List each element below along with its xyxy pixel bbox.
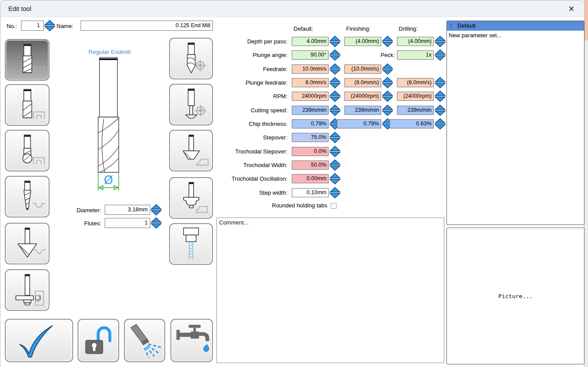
plunge-feedrate-col0-spinner[interactable] [329, 77, 340, 89]
depth-per-pass-col1-spinner[interactable] [382, 36, 393, 47]
param-label-plunge-feedrate: Plunge feedrate: [220, 78, 287, 88]
cutting-speed-col1-spinner[interactable] [382, 104, 393, 116]
tool-type-endmill-upcut-button[interactable] [5, 39, 50, 81]
rounded-holding-tabs-checkbox[interactable] [331, 203, 337, 209]
param-field-cutting-speed-col2[interactable]: 239m/min [397, 106, 434, 115]
rpm-col0-spinner[interactable] [329, 90, 340, 102]
unlocked-padlock-icon [80, 322, 117, 359]
plunge-angle-col0-spinner[interactable] [329, 49, 340, 61]
param-field-feedrate-col0[interactable]: 10.0mm/s [292, 64, 329, 74]
param-field-plunge-angle-col0[interactable]: 90.00° [292, 50, 329, 60]
diameter-symbol: Ø [104, 173, 113, 187]
diameter-input[interactable]: 3.18mm [105, 205, 150, 215]
tool-type-chamfer-bit-button[interactable] [169, 130, 213, 171]
param-field-depth-per-pass-col0[interactable]: 4.00mm [292, 37, 329, 46]
tool-type-v-bit-button[interactable] [5, 223, 50, 264]
param-field-trochoidal-oscillation-col0[interactable]: 0.00mm [292, 174, 329, 183]
diameter-spinner[interactable] [151, 204, 162, 216]
param-row-feedrate: Feedrate:10.0mm/s(10.0mm/s) [220, 64, 447, 75]
rounded-holding-tabs-label: Rounded holding tabs [220, 202, 327, 209]
param-field-plunge-angle-col2[interactable]: 1x [397, 50, 434, 60]
tool-number-spinner[interactable] [44, 20, 55, 32]
param-field-rpm-col0[interactable]: 24000rpm [292, 92, 329, 101]
drill-bit-icon [172, 40, 210, 77]
param-field-stepover-col0[interactable]: 75.0% [292, 133, 329, 142]
flutes-input[interactable]: 1 [105, 218, 150, 228]
profile-router-bit-icon [172, 180, 210, 217]
param-row-plunge-angle: Plunge angle:Peck:90.00°1x [220, 50, 447, 61]
feedrate-col0-spinner[interactable] [329, 63, 340, 75]
parameter-set-list: ?DefaultNew parameter set... [446, 21, 584, 225]
param-field-rpm-col1[interactable]: (24000rpm) [344, 92, 381, 101]
param-field-plunge-feedrate-col1[interactable]: (8.0mm/s) [344, 78, 381, 87]
air-blast-button[interactable] [124, 319, 165, 362]
close-icon[interactable]: ✕ [566, 4, 577, 15]
rpm-col2-spinner[interactable] [435, 90, 446, 102]
parameter-set-item-default[interactable]: ?Default [447, 21, 584, 31]
param-field-step-width-col0[interactable]: 0.10mm [292, 188, 329, 197]
tapered-engraving-bit-icon [8, 178, 46, 215]
tool-type-t-slot-cutter-button[interactable] [5, 269, 50, 311]
step-width-col0-spinner[interactable] [329, 187, 340, 199]
param-label-trochoidal-stepover: Trochoidal Stepover: [220, 147, 287, 157]
param-field-trochoidal-width-col0[interactable]: 50.0% [292, 160, 329, 170]
tool-type-endmill-single-flute-button[interactable] [5, 84, 50, 126]
param-label-stepover: Stepover: [220, 133, 287, 143]
param-field-plunge-feedrate-col0[interactable]: 8.0mm/s [292, 78, 329, 87]
param-field-plunge-feedrate-col2[interactable]: (8.0mm/s) [397, 78, 434, 87]
param-field-chip-thickness-col0[interactable]: 0.79% [292, 119, 329, 128]
trochoidal-stepover-col0-spinner[interactable] [329, 146, 340, 157]
tool-number-spinner[interactable] [44, 20, 55, 32]
tool-type-countersink-drill-button[interactable] [169, 84, 213, 125]
depth-per-pass-col2-spinner[interactable] [435, 36, 446, 47]
param-field-depth-per-pass-col1[interactable]: (4.00mm) [344, 37, 381, 46]
plunge-angle-col2-spinner[interactable] [435, 49, 446, 61]
countersink-drill-icon [172, 86, 210, 123]
param-field-chip-thickness-col2[interactable]: 0.63% [390, 119, 434, 128]
stepover-col0-spinner[interactable] [329, 132, 340, 143]
edit-tool-dialog: Edit tool ✕ No.: 1 Name: 0.125 End Mill … [0, 0, 584, 367]
plunge-feedrate-col2-spinner[interactable] [435, 77, 446, 89]
param-row-rpm: RPM:24000rpm(24000rpm)(24000rpm) [220, 92, 447, 102]
param-field-cutting-speed-col0[interactable]: 239m/min [292, 106, 329, 115]
coolant-button[interactable] [170, 319, 213, 362]
tool-type-tapered-engraving-bit-button[interactable] [5, 176, 50, 217]
trochoidal-width-col0-spinner[interactable] [329, 159, 340, 171]
endmill-single-flute-icon [8, 87, 46, 124]
param-field-cutting-speed-col1[interactable]: 239m/min [344, 106, 381, 115]
confirm-button[interactable] [5, 319, 73, 362]
param-field-chip-thickness-col1[interactable]: 0.79% [337, 119, 381, 128]
param-field-rpm-col2[interactable]: (24000rpm) [397, 92, 434, 101]
flutes-spinner[interactable] [151, 217, 162, 229]
tool-number-input[interactable]: 1 [21, 21, 44, 31]
param-field-trochoidal-stepover-col0[interactable]: 0.0% [292, 147, 329, 156]
rpm-col1-spinner[interactable] [382, 90, 393, 102]
coolant-faucet-icon [173, 322, 211, 359]
cutting-speed-col2-spinner[interactable] [435, 104, 446, 116]
parameters-panel: Default: Finishing: Drilling: Depth per … [220, 22, 447, 217]
lock-tool-button[interactable] [78, 319, 119, 362]
depth-per-pass-col0-spinner[interactable] [329, 36, 340, 47]
picture-panel[interactable]: Picture... [446, 228, 584, 364]
tool-type-profile-router-bit-button[interactable] [169, 177, 213, 219]
param-label-cutting-speed: Cutting speed: [220, 106, 287, 115]
param-label-trochoidal-width: Trochoidal Width: [220, 160, 287, 170]
trochoidal-oscillation-col0-spinner[interactable] [329, 173, 340, 185]
cutting-speed-col0-spinner[interactable] [329, 104, 340, 116]
comment-input[interactable] [216, 217, 444, 363]
feedrate-col1-spinner[interactable] [382, 63, 393, 75]
tool-type-ballnose-endmill-button[interactable] [5, 130, 50, 171]
checkmark-icon [13, 322, 65, 360]
chamfer-bit-icon [172, 132, 210, 169]
tool-diagram: Ø [84, 55, 134, 196]
tool-type-drill-bit-button[interactable] [169, 38, 213, 79]
plunge-feedrate-col1-spinner[interactable] [382, 77, 393, 89]
param-field-depth-per-pass-col2[interactable]: (4.00mm) [397, 37, 434, 46]
flutes-spinner[interactable] [151, 217, 162, 229]
param-field-feedrate-col1[interactable]: (10.0mm/s) [344, 64, 381, 74]
diameter-spinner[interactable] [151, 204, 162, 216]
parameter-set-item-new-parameter-set[interactable]: New parameter set... [447, 31, 584, 40]
tool-type-laser-head-button[interactable] [169, 223, 213, 265]
tool-name-input[interactable]: 0.125 End Mill [81, 21, 213, 31]
chip-thickness-col2-spinner[interactable] [435, 118, 446, 130]
